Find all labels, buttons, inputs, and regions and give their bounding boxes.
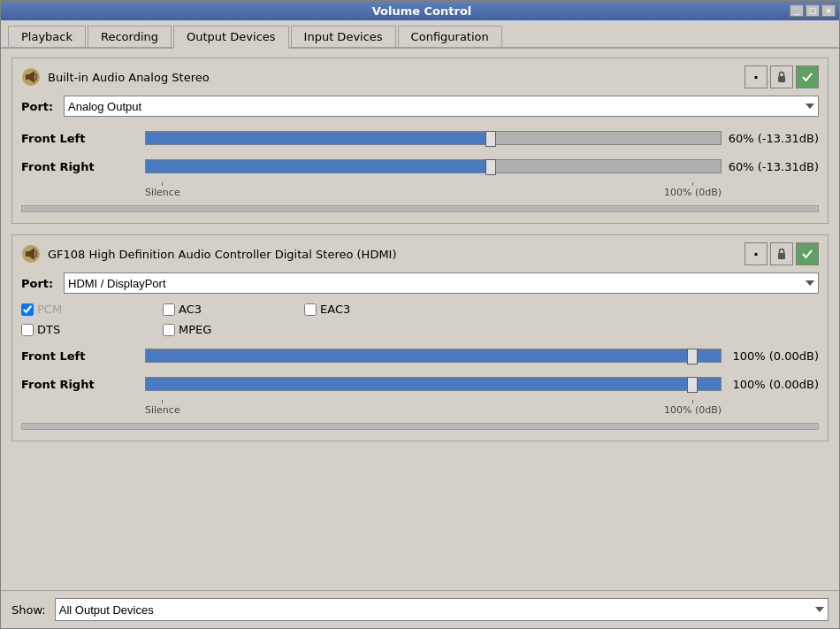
minimize-button[interactable]: _ — [790, 4, 804, 17]
mpeg-checkbox[interactable] — [163, 324, 175, 336]
device2-separator — [21, 423, 819, 430]
tab-input-devices[interactable]: Input Devices — [291, 26, 396, 47]
device2-frontright-fill — [146, 378, 721, 390]
device2-frontleft-fill — [146, 349, 721, 362]
device1-port-select[interactable]: Analog Output — [64, 96, 819, 117]
device1-section: Built-in Audio Analog Stereo · — [11, 58, 829, 224]
tab-output-devices[interactable]: Output Devices — [173, 26, 289, 49]
mpeg-label: MPEG — [179, 323, 211, 336]
device1-frontleft-slider[interactable] — [145, 126, 722, 150]
tab-configuration[interactable]: Configuration — [398, 26, 502, 47]
device2-frontright-thumb[interactable] — [687, 377, 698, 393]
device1-max-label: 100% (0dB) — [664, 187, 722, 198]
device1-slider-labels: Silence 100% (0dB) — [21, 182, 819, 198]
close-button[interactable]: × — [821, 4, 836, 17]
device1-frontright-value: 60% (-13.31dB) — [722, 160, 819, 173]
tab-bar: Playback Recording Output Devices Input … — [1, 20, 839, 49]
device2-dot-button[interactable]: · — [745, 242, 767, 265]
show-label: Show: — [11, 603, 46, 617]
device2-frontleft-value: 100% (0.00dB) — [722, 349, 819, 363]
device2-lock-button[interactable] — [770, 242, 793, 265]
bottom-bar: Show: All Output Devices Hardware Output… — [1, 590, 839, 628]
device2-silence-label: Silence — [145, 404, 180, 416]
lock-icon — [775, 71, 788, 83]
device2-frontright-value: 100% (0.00dB) — [722, 378, 819, 391]
device1-name: Built-in Audio Analog Stereo — [48, 71, 210, 84]
speaker-icon — [21, 67, 41, 87]
check-icon-2 — [801, 248, 813, 260]
device1-frontleft-fill — [146, 132, 491, 144]
device2-check-button[interactable] — [796, 242, 819, 265]
device2-buttons: · — [745, 242, 819, 265]
device1-frontleft-label: Front Left — [21, 132, 145, 145]
pcm-checkbox-item: PCM — [21, 303, 163, 316]
device2-port-label: Port: — [21, 277, 57, 290]
device1-frontright-slider[interactable] — [145, 154, 722, 179]
device2-frontleft-row: Front Left 100% (0.00dB) — [21, 343, 819, 368]
device2-checkboxes-row2: DTS MPEG — [21, 323, 819, 336]
device2-max-label: 100% (0dB) — [664, 404, 722, 416]
device1-frontright-row: Front Right 60% (-13.31dB) — [21, 154, 819, 179]
device1-port-row: Port: Analog Output — [21, 96, 819, 117]
titlebar-buttons: _ □ × — [790, 4, 836, 17]
ac3-label: AC3 — [179, 303, 202, 316]
maximize-button[interactable]: □ — [806, 4, 820, 17]
dts-label: DTS — [37, 323, 60, 336]
device1-silence-label: Silence — [145, 187, 180, 198]
lock-icon-2 — [775, 248, 788, 260]
dts-checkbox-item: DTS — [21, 323, 163, 336]
device2-port-row: Port: HDMI / DisplayPort — [21, 272, 819, 294]
device1-dot-button[interactable]: · — [745, 65, 767, 88]
ac3-checkbox[interactable] — [163, 303, 175, 316]
device2-header: GF108 High Definition Audio Controller D… — [21, 242, 819, 265]
device2-slider-labels: Silence 100% (0dB) — [21, 400, 819, 416]
pcm-checkbox[interactable] — [21, 303, 34, 316]
show-select[interactable]: All Output Devices Hardware Output Devic… — [55, 598, 829, 621]
main-content: Built-in Audio Analog Stereo · — [1, 49, 839, 590]
mpeg-checkbox-item: MPEG — [163, 323, 304, 336]
device1-frontleft-row: Front Left 60% (-13.31dB) — [21, 126, 819, 150]
device2-section: GF108 High Definition Audio Controller D… — [11, 234, 829, 441]
device1-frontright-label: Front Right — [21, 160, 145, 173]
tab-recording[interactable]: Recording — [88, 26, 172, 47]
device1-port-label: Port: — [21, 100, 57, 113]
dts-checkbox[interactable] — [21, 324, 34, 336]
device2-frontleft-slider[interactable] — [145, 343, 722, 368]
svg-rect-1 — [26, 74, 29, 80]
check-icon — [801, 71, 813, 83]
pcm-label: PCM — [37, 303, 62, 316]
device1-frontleft-value: 60% (-13.31dB) — [722, 132, 819, 145]
device2-frontleft-thumb[interactable] — [687, 349, 698, 364]
device1-frontleft-thumb[interactable] — [485, 131, 496, 147]
titlebar: Volume Control _ □ × — [1, 1, 839, 20]
main-window: Volume Control _ □ × Playback Recording … — [0, 0, 840, 629]
eac3-checkbox[interactable] — [304, 303, 317, 316]
tab-playback[interactable]: Playback — [8, 26, 86, 47]
svg-rect-5 — [26, 251, 29, 257]
device1-lock-button[interactable] — [770, 65, 793, 88]
device2-frontright-slider[interactable] — [145, 372, 722, 396]
window-title: Volume Control — [54, 4, 790, 18]
speaker-icon-2 — [21, 244, 41, 264]
device2-frontleft-label: Front Left — [21, 349, 145, 363]
device1-buttons: · — [745, 65, 819, 88]
svg-rect-3 — [778, 76, 785, 82]
svg-rect-7 — [778, 253, 785, 259]
device1-separator — [21, 205, 819, 212]
device2-frontright-label: Front Right — [21, 378, 145, 391]
eac3-label: EAC3 — [320, 303, 350, 316]
device1-frontright-fill — [146, 160, 491, 173]
eac3-checkbox-item: EAC3 — [304, 303, 446, 316]
device2-port-select[interactable]: HDMI / DisplayPort — [64, 272, 819, 294]
device2-name: GF108 High Definition Audio Controller D… — [48, 248, 397, 261]
device1-header: Built-in Audio Analog Stereo · — [21, 65, 819, 88]
device1-check-button[interactable] — [796, 65, 819, 88]
device1-frontright-thumb[interactable] — [485, 159, 496, 175]
device2-checkboxes-row1: PCM AC3 EAC3 — [21, 303, 819, 316]
ac3-checkbox-item: AC3 — [163, 303, 304, 316]
device2-frontright-row: Front Right 100% (0.00dB) — [21, 372, 819, 396]
